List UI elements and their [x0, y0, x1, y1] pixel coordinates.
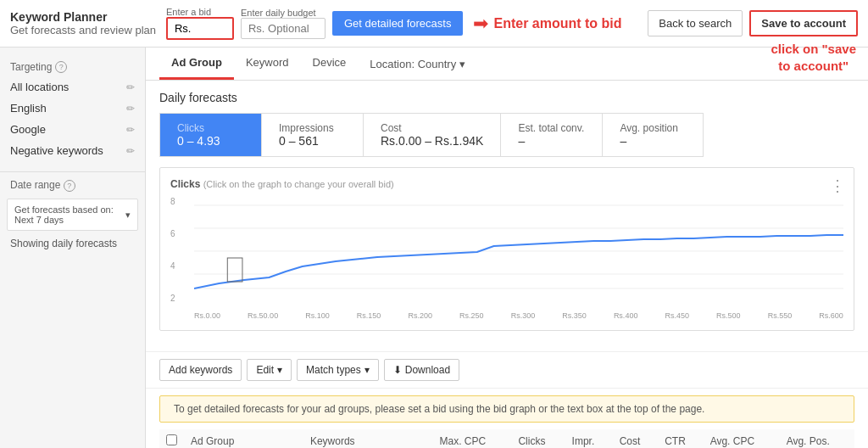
metric-value: – — [518, 134, 585, 148]
y-axis: 8 6 4 2 — [170, 197, 175, 303]
tab-location-country[interactable]: Location: Country ▾ — [358, 49, 477, 79]
budget-input[interactable] — [241, 18, 326, 39]
tabs-bar: Ad Group Keyword Device Location: Countr… — [146, 48, 868, 81]
edit-icon: ✏ — [126, 103, 135, 115]
x-label: Rs.500 — [716, 311, 741, 320]
date-range-help-icon[interactable]: ? — [64, 180, 75, 192]
metric-clicks[interactable]: Clicks 0 – 4.93 — [159, 113, 261, 157]
metric-cost[interactable]: Cost Rs.0.00 – Rs.1.94K — [363, 113, 500, 157]
x-label: Rs.0.00 — [194, 311, 220, 320]
date-range-label: Date range ? — [0, 171, 145, 195]
sidebar-item-label: All locations — [10, 81, 69, 93]
col-cost: Cost — [613, 429, 659, 448]
download-icon: ⬇ — [393, 364, 402, 376]
notice-bar: To get detailed forecasts for your ad gr… — [159, 395, 854, 423]
bid-input[interactable] — [166, 17, 234, 40]
y-label-8: 8 — [170, 197, 175, 206]
save-annotation: click on "saveto account" — [771, 41, 856, 74]
top-bar: Keyword Planner Get forecasts and review… — [0, 0, 868, 48]
add-keywords-button[interactable]: Add keywords — [159, 359, 242, 381]
x-label: Rs.600 — [819, 311, 843, 320]
select-all-checkbox[interactable] — [166, 434, 177, 445]
metric-est-total-conv[interactable]: Est. total conv. – — [500, 113, 602, 157]
tab-keyword[interactable]: Keyword — [234, 48, 301, 80]
metric-value: Rs.0.00 – Rs.1.94K — [381, 134, 483, 148]
x-label: Rs.50.00 — [248, 311, 278, 320]
forecasts-table: Ad Group Keywords Max. CPC Clicks Impr. … — [159, 429, 854, 448]
y-label-4: 4 — [170, 261, 175, 271]
bid-label: Enter a bid — [166, 7, 234, 17]
date-range-value: Get forecasts based on: Next 7 days — [14, 204, 125, 225]
sidebar-item-all-locations[interactable]: All locations ✏ — [0, 76, 145, 98]
chart-area: 8 6 4 2 — [170, 197, 843, 320]
x-label: Rs.400 — [614, 311, 638, 320]
edit-icon: ✏ — [126, 81, 135, 93]
bid-section: Enter a bid Enter daily budget Get detai… — [166, 7, 463, 40]
col-ad-group: Ad Group — [184, 429, 303, 448]
edit-button[interactable]: Edit ▾ — [247, 359, 292, 381]
x-label: Rs.300 — [511, 311, 536, 320]
sidebar-item-google[interactable]: Google ✏ — [0, 119, 145, 140]
save-to-account-button[interactable]: Save to account — [749, 10, 858, 36]
sidebar-item-label: Negative keywords — [10, 144, 103, 157]
metric-value: 0 – 561 — [279, 134, 346, 148]
y-label-2: 2 — [170, 294, 175, 303]
top-right-buttons: Back to search Save to account — [648, 10, 858, 36]
x-label: Rs.550 — [768, 311, 793, 320]
col-max-cpc: Max. CPC — [433, 429, 512, 448]
edit-icon: ✏ — [126, 124, 135, 136]
chart-container[interactable]: ⋮ Clicks (Click on the graph to change y… — [159, 167, 854, 331]
chart-options-icon[interactable]: ⋮ — [830, 176, 845, 195]
arrow-annotation: Enter amount to bid — [493, 16, 621, 31]
edit-icon: ✏ — [126, 145, 135, 157]
metric-label: Clicks — [177, 122, 244, 134]
actions-row: Add keywords Edit ▾ Match types ▾ ⬇ Down… — [146, 351, 868, 389]
targeting-section: Targeting ? All locations ✏ English ✏ Go… — [0, 58, 145, 161]
col-avg-cpc: Avg. CPC — [704, 429, 780, 448]
col-keywords: Keywords — [303, 429, 433, 448]
main-layout: Targeting ? All locations ✏ English ✏ Go… — [0, 48, 868, 448]
col-checkbox — [159, 429, 184, 448]
chevron-down-icon: ▾ — [125, 210, 131, 221]
metric-label: Est. total conv. — [518, 122, 585, 134]
x-label: Rs.350 — [562, 311, 587, 320]
app-subtitle: Get forecasts and review plan — [10, 24, 156, 36]
tab-device[interactable]: Device — [301, 48, 359, 80]
chart-title: Clicks (Click on the graph to change you… — [170, 178, 843, 190]
metric-label: Impressions — [279, 122, 346, 134]
metric-label: Avg. position — [620, 122, 686, 134]
back-to-search-button[interactable]: Back to search — [648, 10, 743, 36]
col-avg-pos: Avg. Pos. — [780, 429, 854, 448]
metrics-row: Clicks 0 – 4.93 Impressions 0 – 561 Cost… — [159, 113, 854, 157]
y-label-6: 6 — [170, 229, 175, 238]
targeting-help-icon[interactable]: ? — [55, 61, 67, 73]
metric-avg-position[interactable]: Avg. position – — [602, 113, 704, 157]
annotation-area: ➡ Enter amount to bid — [473, 13, 621, 35]
download-button[interactable]: ⬇ Download — [384, 359, 459, 381]
metric-value: – — [620, 134, 686, 148]
x-label: Rs.100 — [305, 311, 330, 320]
content-area: Ad Group Keyword Device Location: Countr… — [146, 48, 868, 448]
showing-daily-label: Showing daily forecasts — [0, 234, 145, 253]
metric-impressions[interactable]: Impressions 0 – 561 — [261, 113, 363, 157]
x-label: Rs.200 — [408, 311, 432, 320]
sidebar-item-english[interactable]: English ✏ — [0, 98, 145, 119]
app-name: Keyword Planner — [10, 10, 156, 24]
sidebar-item-negative-keywords[interactable]: Negative keywords ✏ — [0, 140, 145, 161]
match-types-button[interactable]: Match types ▾ — [297, 359, 379, 381]
sidebar-item-label: English — [10, 102, 47, 115]
date-range-box[interactable]: Get forecasts based on: Next 7 days ▾ — [7, 199, 138, 231]
sidebar: Targeting ? All locations ✏ English ✏ Go… — [0, 48, 146, 448]
chevron-down-icon: ▾ — [277, 364, 282, 376]
tab-ad-group[interactable]: Ad Group — [159, 48, 234, 80]
targeting-label: Targeting ? — [0, 58, 145, 76]
forecast-button[interactable]: Get detailed forecasts — [332, 11, 463, 36]
chart-svg[interactable] — [194, 197, 843, 307]
section-title: Daily forecasts — [159, 91, 854, 104]
table-wrapper: Ad Group Keywords Max. CPC Clicks Impr. … — [146, 429, 868, 448]
notice-text: To get detailed forecasts for your ad gr… — [174, 403, 704, 415]
x-axis: Rs.0.00 Rs.50.00 Rs.100 Rs.150 Rs.200 Rs… — [194, 311, 843, 320]
col-ctr: CTR — [658, 429, 703, 448]
x-label: Rs.150 — [357, 311, 381, 320]
x-label: Rs.450 — [665, 311, 689, 320]
